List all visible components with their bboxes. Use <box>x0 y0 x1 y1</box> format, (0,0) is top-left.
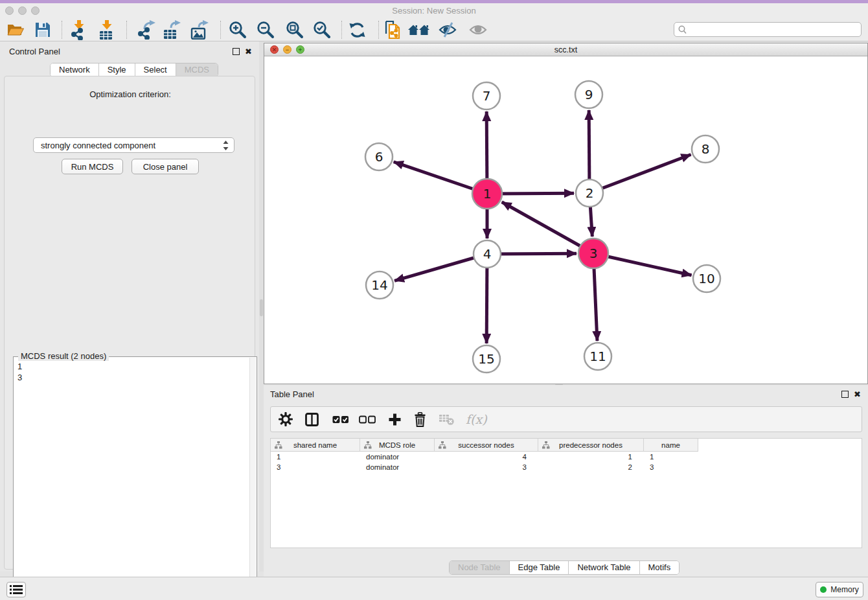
settings-gear-icon[interactable] <box>279 412 293 426</box>
dropdown-stepper-icon <box>223 141 229 150</box>
magnifier-check-glyph <box>313 21 331 39</box>
apply-function-icon: f(x) <box>466 412 487 426</box>
cell-shared-name[interactable]: 3 <box>271 463 360 471</box>
column-type-icon <box>439 441 446 449</box>
window-title: Session: New Session <box>0 6 868 16</box>
mcds-result-box: MCDS result (2 nodes) 1 3 <box>13 356 257 600</box>
cell-name[interactable]: 3 <box>644 463 698 471</box>
memory-status-icon <box>820 586 827 593</box>
save-session-icon[interactable] <box>32 19 54 41</box>
graph-edge-3-1[interactable] <box>502 202 593 253</box>
graph-node-label-14: 14 <box>371 277 387 293</box>
run-mcds-button[interactable]: Run MCDS <box>62 159 123 174</box>
magnifier-minus-glyph <box>257 21 275 39</box>
memory-label: Memory <box>830 585 858 594</box>
node-table-body: 1dominator4113dominator323 <box>271 452 862 472</box>
network-overview-icon[interactable] <box>408 19 430 41</box>
zoom-fit-icon[interactable] <box>284 19 306 41</box>
eye-glyph <box>468 23 488 37</box>
vertical-splitter-handle[interactable] <box>260 299 263 316</box>
criterion-dropdown[interactable]: strongly connected component <box>33 137 234 153</box>
duplicate-network-icon[interactable] <box>382 19 404 41</box>
mcds-result-text: 1 3 <box>17 361 22 383</box>
table-tab-edge-table[interactable]: Edge Table <box>509 561 569 574</box>
export-table-icon[interactable] <box>161 19 183 41</box>
network-canvas[interactable]: 7968124314101511 <box>264 57 867 384</box>
table-tab-node-table[interactable]: Node Table <box>450 561 509 574</box>
zoom-out-icon[interactable] <box>255 19 277 41</box>
delete-table-icon <box>439 413 455 426</box>
import-table-icon[interactable] <box>96 19 118 41</box>
graph-node-label-8: 8 <box>702 141 710 157</box>
select-all-icon[interactable] <box>332 415 349 424</box>
column-type-icon <box>542 441 550 449</box>
split-panes-icon[interactable] <box>305 413 319 426</box>
column-label: predecessor nodes <box>559 441 622 449</box>
application-window: Session: New Session <box>0 0 868 600</box>
graph-node-label-4: 4 <box>483 246 492 262</box>
network-window-title: scc.txt <box>264 45 867 54</box>
delete-rows-trash-icon[interactable] <box>414 412 426 427</box>
search-icon <box>678 25 687 34</box>
document-share-glyph <box>383 20 402 40</box>
column-header-shared-name[interactable]: shared name <box>271 439 360 452</box>
cell-successor-nodes[interactable]: 4 <box>435 453 538 461</box>
cell-predecessor-nodes[interactable]: 1 <box>538 453 644 461</box>
open-file-icon[interactable] <box>5 19 27 41</box>
cell-name[interactable]: 1 <box>644 453 698 461</box>
column-header-name[interactable]: name <box>644 439 698 452</box>
tab-network[interactable]: Network <box>51 63 98 76</box>
cell-successor-nodes[interactable]: 3 <box>435 463 538 471</box>
export-image-icon[interactable] <box>188 19 211 41</box>
zoom-in-icon[interactable] <box>227 19 249 41</box>
import-network-icon[interactable] <box>68 19 90 41</box>
zoom-selected-icon[interactable] <box>311 19 333 41</box>
tab-select[interactable]: Select <box>135 63 176 76</box>
graph-edge-2-8[interactable] <box>589 155 691 193</box>
deselect-all-icon[interactable] <box>359 415 376 424</box>
table-tab-network-table[interactable]: Network Table <box>568 561 639 574</box>
memory-button[interactable]: Memory <box>816 582 863 597</box>
control-panel: Control Panel ✖ NetworkStyleSelectMCDS O… <box>0 41 259 571</box>
network-window-titlebar[interactable]: ✕ − + scc.txt <box>264 43 867 56</box>
close-panel-button[interactable]: Close panel <box>131 159 199 174</box>
export-image-glyph <box>190 20 209 40</box>
criterion-dropdown-value: strongly connected component <box>34 141 223 150</box>
optimization-criterion-label: Optimization criterion: <box>5 89 256 99</box>
graph-node-label-1: 1 <box>483 186 492 202</box>
column-type-icon <box>275 441 282 449</box>
table-panel-title: Table Panel <box>270 389 314 399</box>
table-float-icon[interactable] <box>841 391 849 398</box>
refresh-view-icon[interactable] <box>346 19 368 41</box>
node-table: shared nameMCDS rolesuccessor nodesprede… <box>270 438 862 548</box>
result-scrollbar[interactable] <box>249 358 256 600</box>
table-tab-motifs[interactable]: Motifs <box>639 561 680 574</box>
column-type-icon <box>364 441 372 449</box>
float-panel-icon[interactable] <box>233 48 240 55</box>
export-network-icon[interactable] <box>135 19 157 41</box>
column-header-MCDS-role[interactable]: MCDS role <box>360 439 435 452</box>
cell-MCDS-role[interactable]: dominator <box>360 463 435 471</box>
column-label: successor nodes <box>458 441 514 449</box>
table-row[interactable]: 3dominator323 <box>271 462 862 472</box>
tab-style[interactable]: Style <box>98 63 135 76</box>
table-close-icon[interactable]: ✖ <box>854 391 861 398</box>
task-history-button[interactable] <box>6 582 26 597</box>
search-input[interactable] <box>690 23 858 36</box>
list-icon <box>10 584 23 595</box>
cell-shared-name[interactable]: 1 <box>271 453 360 461</box>
graph-node-label-9: 9 <box>585 87 593 102</box>
column-header-predecessor-nodes[interactable]: predecessor nodes <box>538 439 644 452</box>
show-detail-eye-icon <box>467 19 489 41</box>
tab-mcds[interactable]: MCDS <box>176 63 218 76</box>
graph-edge-4-14[interactable] <box>394 254 487 281</box>
close-panel-icon[interactable]: ✖ <box>245 48 252 56</box>
cell-predecessor-nodes[interactable]: 2 <box>538 463 644 471</box>
table-toolbar: f(x) <box>270 406 862 432</box>
add-column-icon[interactable] <box>388 413 402 426</box>
hide-detail-eye-icon[interactable] <box>437 19 459 41</box>
cell-MCDS-role[interactable]: dominator <box>360 453 435 461</box>
node-table-header: shared nameMCDS rolesuccessor nodesprede… <box>271 439 862 452</box>
table-row[interactable]: 1dominator411 <box>271 452 862 462</box>
column-header-successor-nodes[interactable]: successor nodes <box>435 439 538 452</box>
